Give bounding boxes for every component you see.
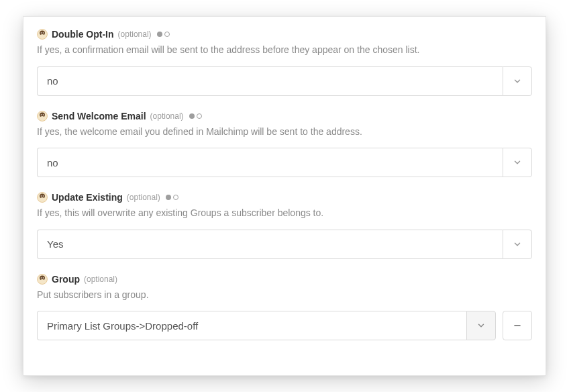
field-label: Group bbox=[52, 274, 80, 285]
help-text: Put subscribers in a group. bbox=[37, 289, 532, 302]
chevron-down-icon[interactable] bbox=[466, 311, 496, 340]
field-update-existing: Update Existing (optional) If yes, this … bbox=[37, 192, 532, 259]
select-group[interactable]: Primary List Groups->Dropped-off bbox=[37, 311, 496, 340]
mailchimp-icon bbox=[37, 192, 48, 203]
svg-point-2 bbox=[41, 32, 42, 34]
label-row: Double Opt-In (optional) bbox=[37, 29, 532, 40]
remove-group-button[interactable] bbox=[503, 311, 532, 340]
label-row: Update Existing (optional) bbox=[37, 192, 532, 203]
dot-empty-icon bbox=[164, 32, 170, 37]
svg-point-3 bbox=[43, 32, 44, 34]
select-value: Yes bbox=[37, 230, 503, 259]
field-label: Update Existing bbox=[52, 192, 123, 203]
svg-point-19 bbox=[40, 279, 44, 283]
help-text: If yes, the welcome email you defined in… bbox=[37, 126, 532, 139]
optional-tag: (optional) bbox=[127, 193, 160, 202]
status-dots bbox=[166, 195, 178, 200]
label-row: Group (optional) bbox=[37, 274, 532, 285]
group-row: Primary List Groups->Dropped-off bbox=[37, 311, 532, 340]
dot-filled-icon bbox=[189, 113, 195, 119]
svg-point-7 bbox=[41, 114, 42, 115]
field-group: Group (optional) Put subscribers in a gr… bbox=[37, 274, 532, 341]
label-row: Send Welcome Email (optional) bbox=[37, 111, 532, 121]
select-value: no bbox=[37, 148, 503, 177]
optional-tag: (optional) bbox=[118, 30, 152, 39]
chevron-down-icon[interactable] bbox=[503, 230, 532, 259]
dot-filled-icon bbox=[157, 32, 162, 37]
status-dots bbox=[157, 32, 170, 37]
mailchimp-icon bbox=[37, 111, 48, 121]
svg-point-18 bbox=[43, 277, 44, 279]
status-dots bbox=[189, 113, 202, 119]
dot-filled-icon bbox=[166, 195, 171, 200]
select-value: Primary List Groups->Dropped-off bbox=[37, 311, 466, 340]
svg-point-4 bbox=[40, 34, 44, 38]
svg-point-13 bbox=[43, 195, 44, 197]
select-send-welcome[interactable]: no bbox=[37, 148, 532, 177]
svg-point-14 bbox=[40, 197, 44, 201]
svg-point-9 bbox=[40, 116, 44, 119]
dot-empty-icon bbox=[173, 195, 178, 200]
select-value: no bbox=[37, 66, 503, 96]
svg-point-12 bbox=[41, 195, 42, 197]
help-text: If yes, this will overwrite any existing… bbox=[37, 207, 532, 220]
optional-tag: (optional) bbox=[150, 111, 184, 121]
field-label: Double Opt-In bbox=[52, 29, 114, 40]
mailchimp-icon bbox=[37, 29, 48, 40]
mailchimp-icon bbox=[37, 274, 48, 285]
select-update-existing[interactable]: Yes bbox=[37, 230, 532, 259]
field-send-welcome: Send Welcome Email (optional) If yes, th… bbox=[37, 111, 532, 178]
chevron-down-icon[interactable] bbox=[503, 148, 532, 177]
help-text: If yes, a confirmation email will be sen… bbox=[37, 44, 532, 57]
field-label: Send Welcome Email bbox=[52, 111, 146, 121]
settings-panel: Double Opt-In (optional) If yes, a confi… bbox=[23, 16, 546, 376]
select-double-opt-in[interactable]: no bbox=[37, 66, 532, 96]
dot-empty-icon bbox=[197, 113, 202, 119]
chevron-down-icon[interactable] bbox=[503, 66, 532, 96]
svg-point-8 bbox=[43, 114, 44, 115]
optional-tag: (optional) bbox=[84, 275, 117, 284]
svg-point-17 bbox=[41, 277, 42, 279]
field-double-opt-in: Double Opt-In (optional) If yes, a confi… bbox=[37, 29, 532, 96]
